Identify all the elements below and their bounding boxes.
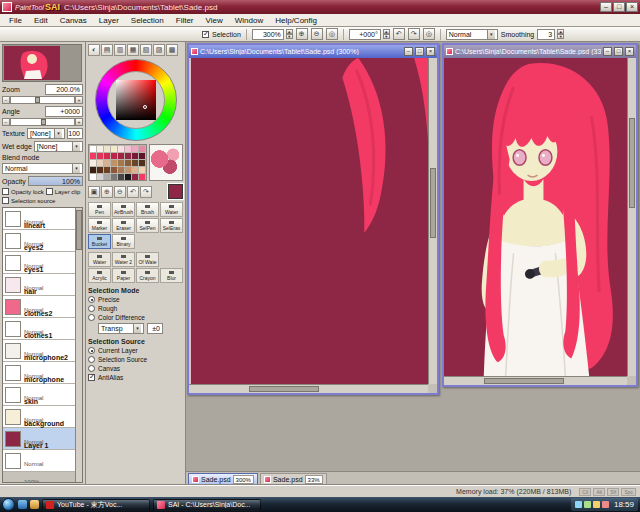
quicklaunch-icon[interactable]: [30, 500, 39, 509]
brush-water2[interactable]: Water 2: [112, 252, 135, 267]
swatch[interactable]: [125, 174, 131, 180]
swatch[interactable]: [118, 146, 124, 152]
navigator-zoom-slider[interactable]: − +: [2, 96, 83, 104]
hsv-slider-icon[interactable]: ▥: [114, 44, 126, 56]
doc-maximize-button[interactable]: □: [415, 47, 424, 56]
zoom-out-tool-icon[interactable]: ⊖: [114, 186, 126, 198]
quicklaunch-icon[interactable]: [18, 500, 27, 509]
layer-clip-checkbox[interactable]: [46, 188, 53, 195]
navigator-zoom-value[interactable]: 200.0%: [45, 84, 83, 95]
swatch[interactable]: [125, 153, 131, 159]
swatch[interactable]: [118, 167, 124, 173]
palette-settings-icon[interactable]: ▩: [166, 44, 178, 56]
texture-scale-value[interactable]: 100: [67, 128, 83, 139]
selection-visibility-checkbox[interactable]: [202, 31, 209, 38]
rgb-slider-icon[interactable]: ▤: [101, 44, 113, 56]
rotate-ccw-tool-icon[interactable]: ↶: [127, 186, 139, 198]
menu-edit[interactable]: Edit: [28, 16, 54, 25]
doc-minimize-button[interactable]: –: [404, 47, 413, 56]
swatch[interactable]: [104, 153, 110, 159]
resize-grip[interactable]: [428, 384, 437, 393]
tool-pen[interactable]: Pen: [88, 202, 111, 217]
layer-row[interactable]: Layer 1 Normal 100%: [3, 450, 75, 472]
swatch[interactable]: [139, 160, 145, 166]
brush-paper[interactable]: Paper: [112, 268, 135, 283]
smoothing-value[interactable]: 3: [537, 29, 555, 40]
swatch[interactable]: [90, 153, 96, 159]
radio-canvas[interactable]: [88, 365, 95, 372]
navigator-angle-value[interactable]: +0000: [45, 106, 83, 117]
saturation-value-square[interactable]: [116, 80, 156, 120]
swatch[interactable]: [125, 167, 131, 173]
taskbar-item-sai[interactable]: SAI - C:\Users\Sinja\Doc...: [153, 499, 261, 511]
smoothing-spinner[interactable]: ▲▼: [557, 29, 564, 39]
color-wheel[interactable]: [95, 59, 177, 141]
brush-water[interactable]: Water: [88, 252, 111, 267]
rotate-cw-tool-icon[interactable]: ↷: [140, 186, 152, 198]
opacity-lock-checkbox[interactable]: [2, 188, 9, 195]
swatch[interactable]: [111, 146, 117, 152]
menu-file[interactable]: File: [3, 16, 28, 25]
move-tool-icon[interactable]: ▣: [88, 186, 100, 198]
swatch[interactable]: [97, 153, 103, 159]
swatch[interactable]: [132, 153, 138, 159]
zoom-in-button[interactable]: ⊕: [296, 28, 308, 40]
zoom-in-tool-icon[interactable]: ⊕: [101, 186, 113, 198]
current-color-swatch[interactable]: [168, 184, 183, 199]
swatch[interactable]: [125, 146, 131, 152]
tool-binary[interactable]: Binary: [112, 234, 135, 249]
zoom-out-button[interactable]: ⊖: [311, 28, 323, 40]
swatch[interactable]: [139, 174, 145, 180]
close-button[interactable]: ×: [626, 2, 638, 12]
swatch[interactable]: [139, 153, 145, 159]
mode-dropdown[interactable]: Normal ▾: [446, 29, 498, 40]
swatch[interactable]: [104, 160, 110, 166]
brush-offwater[interactable]: Of Wate: [136, 252, 159, 267]
doc-close-button[interactable]: ×: [625, 47, 634, 56]
document-tab[interactable]: Sade.psd 33%: [260, 473, 327, 485]
menu-layer[interactable]: Layer: [93, 16, 125, 25]
document-window-300[interactable]: C:\Users\Sinja\Documents\Tablet\Sade.psd…: [187, 43, 439, 395]
swatch[interactable]: [139, 167, 145, 173]
swatch[interactable]: [132, 146, 138, 152]
swatch[interactable]: [118, 174, 124, 180]
rotate-cw-button[interactable]: ↷: [408, 28, 420, 40]
swatch[interactable]: [90, 167, 96, 173]
tool-marker[interactable]: Marker: [88, 218, 111, 233]
document-titlebar[interactable]: C:\Users\Sinja\Documents\Tablet\Sade.psd…: [189, 45, 437, 58]
angle-value[interactable]: +000°: [349, 29, 381, 40]
blend-mode-dropdown[interactable]: Normal ▾: [2, 163, 83, 174]
swatch[interactable]: [118, 153, 124, 159]
taskbar-item-youtube[interactable]: YouTube - 東方Voc...: [42, 499, 150, 511]
menu-window[interactable]: Window: [229, 16, 269, 25]
swatch[interactable]: [90, 160, 96, 166]
vertical-scrollbar[interactable]: [627, 58, 636, 376]
tool-selpen[interactable]: SelPen: [136, 218, 159, 233]
maximize-button[interactable]: □: [613, 2, 625, 12]
rotate-ccw-button[interactable]: ↶: [393, 28, 405, 40]
swatch[interactable]: [104, 174, 110, 180]
swatch[interactable]: [104, 167, 110, 173]
mixer-icon[interactable]: ▨: [153, 44, 165, 56]
document-window-33[interactable]: C:\Users\Sinja\Documents\Tablet\Sade.psd…: [442, 43, 638, 387]
doc-maximize-button[interactable]: □: [614, 47, 623, 56]
brush-blur[interactable]: Blur: [160, 268, 183, 283]
menu-view[interactable]: View: [200, 16, 229, 25]
radio-selection-source[interactable]: [88, 356, 95, 363]
menu-canvas[interactable]: Canvas: [54, 16, 93, 25]
rotate-reset-button[interactable]: ◎: [423, 28, 435, 40]
zoom-spinner[interactable]: ▲▼: [286, 29, 293, 39]
tray-icon[interactable]: [584, 501, 591, 508]
zoom-reset-button[interactable]: ◎: [326, 28, 338, 40]
vertical-scrollbar[interactable]: [428, 58, 437, 384]
horizontal-scrollbar[interactable]: [444, 376, 627, 385]
swatch[interactable]: [125, 160, 131, 166]
radio-current-layer[interactable]: [88, 347, 95, 354]
swatch[interactable]: [132, 174, 138, 180]
swatch[interactable]: [104, 146, 110, 152]
wet-edge-dropdown[interactable]: [None] ▾: [34, 141, 83, 152]
canvas-viewport-300[interactable]: [189, 58, 428, 384]
zoom-value[interactable]: 300%: [252, 29, 284, 40]
tool-water[interactable]: Water: [160, 202, 183, 217]
transp-value[interactable]: ±0: [147, 323, 163, 334]
